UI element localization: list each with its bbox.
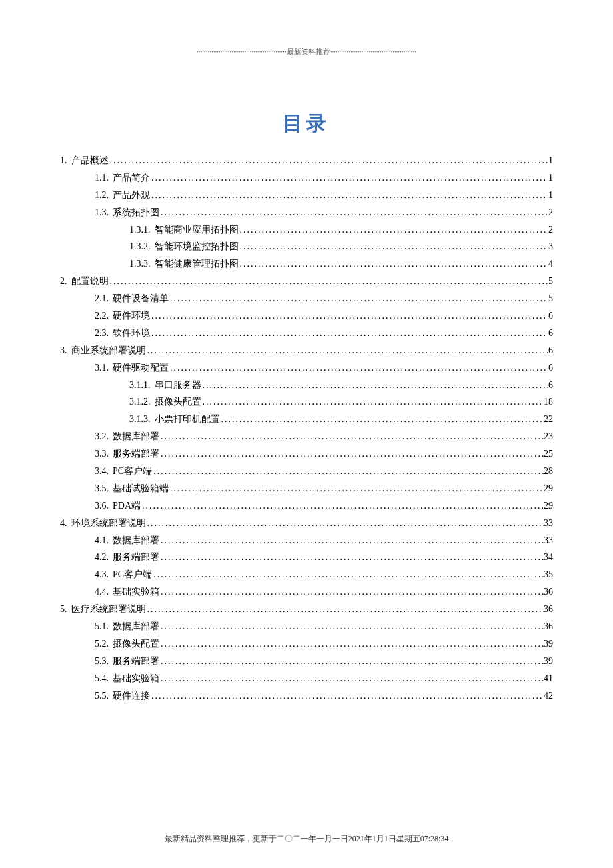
toc-entry-page: 1 <box>548 169 553 187</box>
toc-leader-dots: ........................................… <box>150 325 548 342</box>
toc-entry[interactable]: 3.6.PDA端................................… <box>60 497 553 515</box>
toc-leader-dots: ........................................… <box>239 221 549 239</box>
toc-entry-number: 1.3. <box>95 204 109 221</box>
toc-leader-dots: ........................................… <box>201 393 544 411</box>
toc-entry-page: 5 <box>548 290 553 307</box>
toc-entry-page: 6 <box>548 377 553 394</box>
toc-entry-label: 商业系统部署说明 <box>67 342 146 359</box>
toc-entry-number: 1.3.2. <box>129 238 151 255</box>
toc-entry-number: 5.1. <box>95 618 109 635</box>
toc-entry-label: 配置说明 <box>67 273 109 290</box>
toc-entry[interactable]: 5.3.服务端部署...............................… <box>60 653 553 670</box>
toc-entry-label: 产品外观 <box>109 187 150 204</box>
page-footer: 最新精品资料整理推荐，更新于二〇二一年一月一日2021年1月1日星期五07:28… <box>0 833 613 845</box>
toc-entry-number: 1.1. <box>95 169 109 187</box>
toc-entry[interactable]: 3.5.基础试验箱端..............................… <box>60 480 553 497</box>
toc-entry-number: 1.2. <box>95 187 109 204</box>
toc-leader-dots: ........................................… <box>152 463 544 480</box>
toc-entry[interactable]: 2.2.硬件环境................................… <box>60 307 553 325</box>
toc-entry[interactable]: 4.3.PC客户端...............................… <box>60 566 553 583</box>
toc-leader-dots: ........................................… <box>159 549 544 566</box>
toc-entry-number: 3.1.2. <box>129 393 151 411</box>
toc-entry[interactable]: 5.5.硬件连接................................… <box>60 687 553 705</box>
toc-entry[interactable]: 4.2.服务端部署...............................… <box>60 549 553 566</box>
toc-entry[interactable]: 1.3.3.智能健康管理拓扑图.........................… <box>60 255 553 273</box>
toc-entry-page: 29 <box>544 480 553 497</box>
toc-leader-dots: ........................................… <box>159 204 548 221</box>
toc-entry-label: PC客户端 <box>109 463 152 480</box>
toc-leader-dots: ........................................… <box>220 411 544 428</box>
toc-entry[interactable]: 1.3.1.智能商业应用拓扑图.........................… <box>60 221 553 239</box>
toc-entry-label: 摄像头配置 <box>151 393 201 411</box>
toc-entry-number: 2.1. <box>95 290 109 307</box>
toc-entry-number: 5.2. <box>95 635 109 653</box>
toc-leader-dots: ........................................… <box>169 480 544 497</box>
toc-entry-page: 39 <box>544 635 553 653</box>
toc-entry-label: 服务端部署 <box>109 445 159 463</box>
toc-entry-number: 3.1.1. <box>129 377 151 394</box>
toc-entry-number: 1. <box>60 152 67 169</box>
toc-entry-page: 42 <box>544 687 553 705</box>
toc-entry[interactable]: 3.商业系统部署说明..............................… <box>60 342 553 359</box>
toc-leader-dots: ........................................… <box>169 290 548 307</box>
toc-leader-dots: ........................................… <box>159 618 544 635</box>
toc-leader-dots: ........................................… <box>159 532 544 549</box>
toc-leader-dots: ........................................… <box>150 687 544 705</box>
toc-entry-page: 5 <box>548 273 553 290</box>
toc-entry[interactable]: 3.2.数据库部署...............................… <box>60 428 553 445</box>
toc-entry[interactable]: 3.3.服务端部署...............................… <box>60 445 553 463</box>
toc-entry[interactable]: 3.1.2.摄像头配置.............................… <box>60 393 553 411</box>
toc-entry-number: 3.3. <box>95 445 109 463</box>
toc-entry[interactable]: 3.4.PC客户端...............................… <box>60 463 553 480</box>
toc-leader-dots: ........................................… <box>159 635 544 653</box>
toc-entry[interactable]: 5.医疗系统部署说明..............................… <box>60 601 553 618</box>
toc-entry[interactable]: 2.1.硬件设备清单..............................… <box>60 290 553 307</box>
toc-leader-dots: ........................................… <box>201 377 549 394</box>
toc-entry[interactable]: 3.1.1.串口服务器.............................… <box>60 377 553 394</box>
toc-entry-page: 29 <box>544 497 553 515</box>
toc-leader-dots: ........................................… <box>169 359 548 377</box>
toc-entry-label: PDA端 <box>109 497 141 515</box>
toc-entry-page: 3 <box>548 238 553 255</box>
toc-leader-dots: ........................................… <box>146 601 544 618</box>
toc-entry[interactable]: 2.3.软件环境................................… <box>60 325 553 342</box>
toc-entry-label: 数据库部署 <box>109 428 159 445</box>
toc-entry[interactable]: 4.环境系统部署说明..............................… <box>60 515 553 532</box>
toc-entry[interactable]: 5.1.数据库部署...............................… <box>60 618 553 635</box>
toc-entry-label: 医疗系统部署说明 <box>67 601 146 618</box>
toc-entry-number: 2. <box>60 273 67 290</box>
toc-entry-label: 硬件连接 <box>109 687 150 705</box>
toc-entry[interactable]: 3.1.硬件驱动配置..............................… <box>60 359 553 377</box>
toc-entry-number: 1.3.3. <box>129 255 151 273</box>
toc-entry[interactable]: 4.4.基础实验箱...............................… <box>60 583 553 601</box>
toc-entry[interactable]: 1.1.产品简介................................… <box>60 169 553 187</box>
toc-entry[interactable]: 1.2.产品外观................................… <box>60 187 553 204</box>
toc-leader-dots: ........................................… <box>150 307 548 325</box>
toc-entry-number: 3.1. <box>95 359 109 377</box>
toc-entry[interactable]: 1.3.系统拓扑图...............................… <box>60 204 553 221</box>
toc-entry[interactable]: 1.3.2.智能环境监控拓扑图.........................… <box>60 238 553 255</box>
table-of-contents: 1.产品概述..................................… <box>60 152 553 705</box>
toc-entry[interactable]: 1.产品概述..................................… <box>60 152 553 169</box>
toc-leader-dots: ........................................… <box>150 187 548 204</box>
toc-entry-page: 22 <box>544 411 553 428</box>
toc-entry-label: 智能健康管理拓扑图 <box>151 255 239 273</box>
toc-entry-page: 23 <box>544 428 553 445</box>
toc-entry[interactable]: 5.2.摄像头配置...............................… <box>60 635 553 653</box>
toc-entry-label: 基础试验箱端 <box>109 480 169 497</box>
toc-leader-dots: ........................................… <box>239 255 549 273</box>
toc-entry[interactable]: 5.4.基础实验箱...............................… <box>60 670 553 687</box>
toc-entry-number: 3.4. <box>95 463 109 480</box>
toc-entry[interactable]: 2.配置说明..................................… <box>60 273 553 290</box>
toc-entry[interactable]: 4.1.数据库部署...............................… <box>60 532 553 549</box>
toc-entry-page: 34 <box>544 549 553 566</box>
toc-entry[interactable]: 3.1.3.小票打印机配置...........................… <box>60 411 553 428</box>
toc-leader-dots: ........................................… <box>146 515 544 532</box>
toc-entry-number: 3.6. <box>95 497 109 515</box>
toc-entry-page: 6 <box>548 359 553 377</box>
toc-entry-page: 33 <box>544 532 553 549</box>
toc-leader-dots: ........................................… <box>239 238 549 255</box>
toc-entry-number: 3.5. <box>95 480 109 497</box>
toc-entry-page: 41 <box>544 670 553 687</box>
toc-entry-page: 2 <box>548 204 553 221</box>
